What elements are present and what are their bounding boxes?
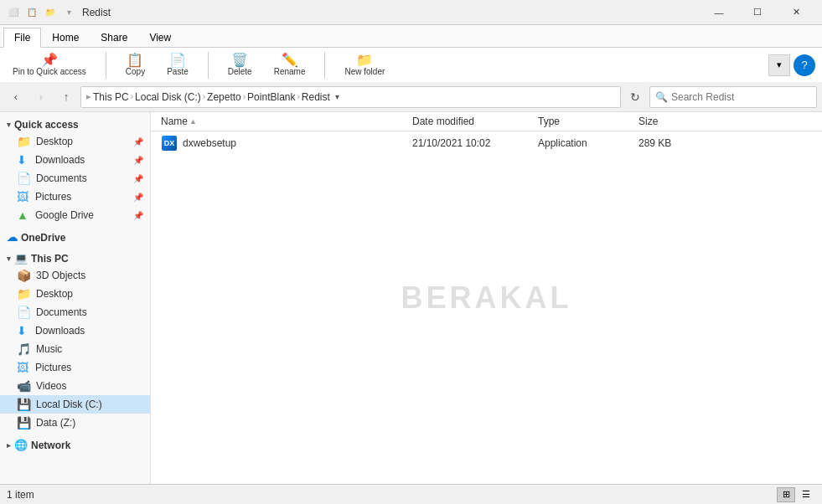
localc-icon: 💾 [17, 398, 31, 411]
status-bar: 1 item ⊞ ☰ [0, 484, 822, 504]
dataz-icon: 💾 [17, 416, 31, 429]
ribbon-divider-1 [106, 52, 106, 79]
title-separator: ▾ [62, 6, 75, 19]
tab-home[interactable]: Home [41, 28, 90, 47]
documents-pin-icon: 📌 [133, 174, 143, 183]
thispc-icon: 💻 [14, 252, 28, 265]
ribbon-tabs: File Home Share View [0, 25, 822, 47]
app-icon-1: ⬜ [7, 6, 20, 19]
documents-quick-icon: 📄 [17, 172, 31, 185]
search-input[interactable] [671, 91, 811, 103]
onedrive-icon: ☁ [7, 231, 18, 244]
sidebar-item-3dobjects[interactable]: 📦 3D Objects [0, 266, 150, 285]
col-header-size[interactable]: Size [638, 116, 722, 127]
videos-label: Videos [36, 380, 66, 392]
thispc-label[interactable]: ▾ 💻 This PC [0, 249, 150, 266]
breadcrumb-localc[interactable]: Local Disk (C:) [135, 91, 201, 103]
network-label[interactable]: ▸ 🌐 Network [0, 435, 150, 453]
desktop-quick-icon: 📁 [17, 135, 31, 148]
sidebar-item-googledrive-quick[interactable]: ▲ Google Drive 📌 [0, 206, 150, 224]
googledrive-quick-label: Google Drive [35, 209, 94, 221]
breadcrumb-sep-1: › [131, 92, 133, 101]
copy-btn[interactable]: 📋 Copy [120, 51, 151, 79]
breadcrumb[interactable]: ▸ This PC › Local Disk (C:) › Zepetto › … [80, 86, 621, 108]
sidebar-item-localc[interactable]: 💾 Local Disk (C:) [0, 395, 150, 414]
refresh-button[interactable]: ↻ [624, 86, 646, 108]
title-bar-icons: ⬜ 📋 📁 ▾ [7, 6, 75, 19]
item-count: 1 item [7, 489, 34, 501]
breadcrumb-sep-2: › [203, 92, 205, 101]
documents-pc-icon: 📄 [17, 306, 31, 319]
downloads-quick-label: Downloads [35, 154, 85, 166]
pictures-quick-icon: 🖼 [17, 190, 30, 203]
breadcrumb-redist[interactable]: Redist [302, 91, 330, 103]
file-row-dxwebsetup[interactable]: DX dxwebsetup 21/10/2021 10:02 Applicati… [151, 131, 822, 156]
videos-icon: 📹 [17, 379, 31, 393]
sidebar-item-videos[interactable]: 📹 Videos [0, 377, 150, 395]
exe-icon: DX [162, 136, 177, 151]
tab-view[interactable]: View [138, 28, 182, 47]
desktop-quick-label: Desktop [36, 136, 73, 147]
expand-ribbon-btn[interactable]: ▾ [768, 54, 790, 76]
pictures-quick-label: Pictures [35, 191, 71, 203]
sidebar-item-downloads-quick[interactable]: ⬇ Downloads 📌 [0, 151, 150, 169]
breadcrumb-dropdown[interactable]: ▾ [335, 92, 339, 101]
breadcrumb-sep-3: › [243, 92, 246, 101]
3dobjects-label: 3D Objects [36, 270, 85, 281]
onedrive-text: OneDrive [21, 232, 65, 244]
file-name-dxwebsetup: dxwebsetup [183, 137, 412, 149]
sidebar-item-desktop-quick[interactable]: 📁 Desktop 📌 [0, 132, 150, 151]
tab-share[interactable]: Share [90, 28, 138, 47]
pictures-pc-icon: 🖼 [17, 361, 30, 374]
watermark: BERAKAL [401, 280, 572, 316]
col-header-date[interactable]: Date modified [412, 116, 538, 127]
rename-btn[interactable]: ✏️ Rename [268, 51, 312, 79]
tab-file[interactable]: File [3, 28, 41, 48]
sidebar-item-downloads-pc[interactable]: ⬇ Downloads [0, 321, 150, 340]
new-folder-btn[interactable]: 📁 New folder [339, 51, 390, 79]
delete-btn[interactable]: 🗑️ Delete [222, 51, 258, 79]
onedrive-label[interactable]: ☁ OneDrive [0, 228, 150, 245]
app-icon-2: 📋 [25, 6, 39, 19]
sidebar-item-documents-pc[interactable]: 📄 Documents [0, 303, 150, 321]
search-icon: 🔍 [655, 91, 668, 103]
close-button[interactable]: ✕ [777, 0, 815, 25]
breadcrumb-thispc[interactable]: This PC [93, 91, 129, 103]
sidebar-item-pictures-pc[interactable]: 🖼 Pictures [0, 358, 150, 377]
breadcrumb-pointblank[interactable]: PointBlank [247, 91, 295, 103]
help-button[interactable]: ? [794, 54, 815, 76]
googledrive-pin-icon: 📌 [133, 211, 143, 220]
breadcrumb-zepetto[interactable]: Zepetto [207, 91, 241, 103]
file-type-dxwebsetup: Application [538, 137, 638, 149]
sidebar-item-documents-quick[interactable]: 📄 Documents 📌 [0, 169, 150, 188]
back-button[interactable]: ‹ [5, 86, 27, 108]
minimize-button[interactable]: — [700, 0, 738, 25]
view-list-btn[interactable]: ☰ [797, 487, 815, 502]
main-layout: ▾ Quick access 📁 Desktop 📌 ⬇ Downloads 📌… [0, 112, 822, 484]
pin-quick-access-btn[interactable]: 📌 Pin to Quick access [7, 51, 92, 79]
view-buttons: ⊞ ☰ [777, 487, 815, 502]
documents-pc-label: Documents [36, 306, 87, 318]
address-bar: ‹ › ↑ ▸ This PC › Local Disk (C:) › Zepe… [0, 82, 822, 112]
view-details-btn[interactable]: ⊞ [777, 487, 795, 502]
sidebar-item-dataz[interactable]: 💾 Data (Z:) [0, 414, 150, 432]
sidebar-item-music[interactable]: 🎵 Music [0, 340, 150, 358]
quick-access-label[interactable]: ▾ Quick access [0, 116, 150, 132]
sidebar-item-pictures-quick[interactable]: 🖼 Pictures 📌 [0, 188, 150, 206]
forward-button[interactable]: › [30, 86, 52, 108]
downloads-pc-icon: ⬇ [17, 324, 30, 337]
search-box[interactable]: 🔍 [649, 86, 817, 108]
paste-btn[interactable]: 📄 Paste [161, 51, 194, 79]
ribbon: File Home Share View 📌 Pin to Quick acce… [0, 25, 822, 82]
app-title: Redist [82, 7, 700, 18]
col-header-name[interactable]: Name ▲ [161, 116, 412, 127]
maximize-button[interactable]: ☐ [738, 0, 777, 25]
quick-access-chevron: ▾ [7, 121, 11, 129]
sidebar-item-desktop-pc[interactable]: 📁 Desktop [0, 285, 150, 303]
ribbon-divider-2 [208, 52, 209, 79]
desktop-pin-icon: 📌 [133, 137, 143, 147]
sidebar: ▾ Quick access 📁 Desktop 📌 ⬇ Downloads 📌… [0, 112, 151, 484]
content-area: Name ▲ Date modified Type Size DX dxwebs… [151, 112, 822, 484]
up-button[interactable]: ↑ [55, 86, 77, 108]
col-header-type[interactable]: Type [538, 116, 638, 127]
